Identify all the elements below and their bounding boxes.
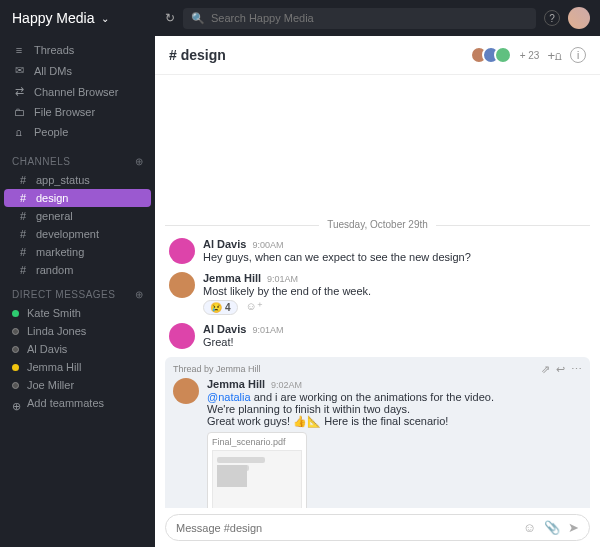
add-dm-button[interactable]: ⊕ (135, 289, 144, 300)
hash-icon: # (16, 264, 30, 276)
dms-header: DIRECT MESSAGES ⊕ (0, 279, 155, 304)
attachment-thumbnail (212, 450, 302, 508)
dm-item[interactable]: Kate Smith (0, 304, 155, 322)
search-icon: 🔍 (191, 12, 205, 25)
workspace-switcher[interactable]: Happy Media ⌄ (0, 0, 155, 36)
message-text: Most likely by the end of the week. (203, 285, 586, 297)
nav-people[interactable]: ⩍People (0, 122, 155, 142)
help-icon[interactable]: ? (544, 10, 560, 26)
reaction[interactable]: 😢4 (203, 300, 238, 315)
dm-item[interactable]: Joe Miller (0, 376, 155, 394)
add-teammates[interactable]: ⊕ Add teammates (0, 394, 155, 412)
timestamp: 9:00AM (252, 240, 283, 250)
hash-icon: # (16, 246, 30, 258)
history-icon[interactable]: ↻ (165, 11, 175, 25)
channel-item[interactable]: #general (4, 207, 151, 225)
hash-icon: # (16, 192, 30, 204)
nav-file-browser[interactable]: 🗀File Browser (0, 102, 155, 122)
timestamp: 9:01AM (267, 274, 298, 284)
channel-item[interactable]: #development (4, 225, 151, 243)
dm-name: Linda Jones (27, 325, 86, 337)
date-divider: Tuesday, October 29th (155, 219, 600, 230)
attachment[interactable]: Final_scenario.pdf ⇩ ⤢ (207, 432, 307, 508)
message[interactable]: Al Davis9:01AM Great! (155, 319, 600, 353)
dm-name: Kate Smith (27, 307, 81, 319)
nav-channel-browser[interactable]: ⇄Channel Browser (0, 81, 155, 102)
status-dot (12, 346, 19, 353)
nav-all-dms[interactable]: ✉All DMs (0, 60, 155, 81)
people-icon: ⩍ (12, 126, 26, 138)
message-text: Great! (203, 336, 586, 348)
folder-icon: 🗀 (12, 106, 26, 118)
dm-item[interactable]: Jemma Hill (0, 358, 155, 376)
threads-icon: ≡ (12, 44, 26, 56)
reply-icon[interactable]: ↩ (556, 363, 565, 376)
hash-icon: # (16, 174, 30, 186)
timestamp: 9:02AM (271, 380, 302, 390)
dm-item[interactable]: Linda Jones (0, 322, 155, 340)
search-input[interactable] (211, 12, 528, 24)
timestamp: 9:01AM (252, 325, 283, 335)
channels-header: CHANNELS ⊕ (0, 146, 155, 171)
message-text: Hey guys, when can we expect to see the … (203, 251, 586, 263)
message[interactable]: Al Davis9:00AM Hey guys, when can we exp… (155, 234, 600, 268)
channel-name: design (36, 192, 68, 204)
author: Al Davis (203, 238, 246, 250)
composer-input[interactable] (176, 522, 515, 534)
emoji-icon[interactable]: ☺ (523, 520, 536, 535)
open-thread-icon[interactable]: ⇗ (541, 363, 550, 376)
status-dot (12, 310, 19, 317)
info-icon[interactable]: i (570, 47, 586, 63)
nav-label: All DMs (34, 65, 72, 77)
mention[interactable]: @natalia (207, 391, 251, 403)
status-dot (12, 364, 19, 371)
nav-label: Threads (34, 44, 74, 56)
author: Jemma Hill (207, 378, 265, 390)
dms-label: DIRECT MESSAGES (12, 289, 115, 300)
channel-item[interactable]: #design (4, 189, 151, 207)
member-avatars[interactable] (476, 46, 512, 64)
search-box[interactable]: 🔍 (183, 8, 536, 29)
avatar (169, 238, 195, 264)
message[interactable]: Jemma Hill9:01AM Most likely by the end … (155, 268, 600, 319)
user-avatar[interactable] (568, 7, 590, 29)
reaction-count: 4 (225, 302, 231, 313)
envelope-icon: ✉ (12, 64, 26, 77)
channel-item[interactable]: #random (4, 261, 151, 279)
workspace-name: Happy Media (12, 10, 95, 26)
dm-name: Joe Miller (27, 379, 74, 391)
status-dot (12, 328, 19, 335)
author: Jemma Hill (203, 272, 261, 284)
channel-item[interactable]: #marketing (4, 243, 151, 261)
hash-icon: # (16, 228, 30, 240)
attach-icon[interactable]: 📎 (544, 520, 560, 535)
dm-name: Jemma Hill (27, 361, 81, 373)
send-icon[interactable]: ➤ (568, 520, 579, 535)
channel-name: marketing (36, 246, 84, 258)
message-composer[interactable]: ☺ 📎 ➤ (165, 514, 590, 541)
avatar (494, 46, 512, 64)
dm-name: Al Davis (27, 343, 67, 355)
add-channel-button[interactable]: ⊕ (135, 156, 144, 167)
channels-icon: ⇄ (12, 85, 26, 98)
add-member-icon[interactable]: +⩍ (547, 48, 562, 63)
add-teammates-label: Add teammates (27, 397, 104, 409)
channel-name: general (36, 210, 73, 222)
reaction-emoji: 😢 (210, 302, 222, 313)
hash-icon: # (16, 210, 30, 222)
author: Al Davis (203, 323, 246, 335)
thread-message[interactable]: Thread by Jemma Hill ⇗ ↩ ⋯ Jemma Hill9:0… (165, 357, 590, 508)
nav-threads[interactable]: ≡Threads (0, 40, 155, 60)
channel-name: random (36, 264, 73, 276)
nav-label: People (34, 126, 68, 138)
channel-title: # design (169, 47, 226, 63)
chevron-down-icon: ⌄ (101, 13, 109, 24)
nav-section: ≡Threads ✉All DMs ⇄Channel Browser 🗀File… (0, 36, 155, 146)
channel-item[interactable]: #app_status (4, 171, 151, 189)
dm-item[interactable]: Al Davis (0, 340, 155, 358)
messages: Tuesday, October 29th Al Davis9:00AM Hey… (155, 75, 600, 508)
nav-label: Channel Browser (34, 86, 118, 98)
add-reaction-icon[interactable]: ☺⁺ (242, 300, 267, 315)
avatar (169, 323, 195, 349)
more-icon[interactable]: ⋯ (571, 363, 582, 376)
